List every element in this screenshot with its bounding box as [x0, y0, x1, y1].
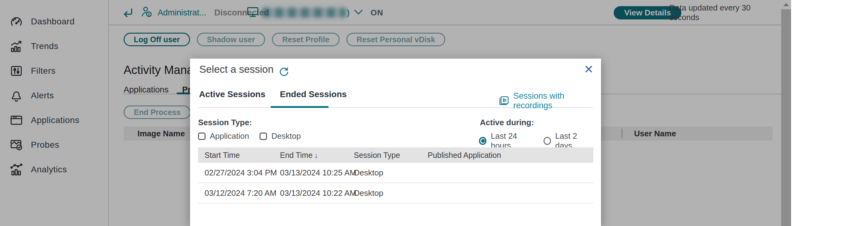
column-header-start-time[interactable]: Start Time — [198, 151, 274, 160]
checkbox-application[interactable] — [198, 133, 206, 140]
close-icon[interactable]: ✕ — [582, 62, 595, 77]
cell-start-time: 02/27/2024 3:04 PM — [198, 168, 274, 178]
table-row[interactable]: 02/27/2024 3:04 PM 03/13/2024 10:25 AM D… — [198, 163, 593, 183]
recordings-link-text: Sessions with recordings — [513, 91, 601, 110]
modal-active-tab-underline — [271, 106, 329, 108]
scrollbar-up-arrow[interactable] — [781, 0, 791, 9]
scrollbar-thumb[interactable] — [781, 9, 791, 226]
app-window: Dashboard Trends Filters Alerts — [0, 0, 791, 226]
column-header-session-type[interactable]: Session Type — [347, 151, 421, 160]
modal-refresh-icon[interactable] — [278, 66, 289, 78]
cell-session-type: Desktop — [347, 188, 421, 198]
tab-ended-sessions[interactable]: Ended Sessions — [280, 89, 347, 99]
modal-tabs: Active Sessions Ended Sessions — [199, 89, 347, 99]
page-root: Dashboard Trends Filters Alerts — [0, 0, 868, 226]
tab-active-sessions[interactable]: Active Sessions — [199, 89, 266, 99]
vertical-scrollbar — [781, 0, 791, 226]
session-type-filters: Application Desktop — [198, 131, 311, 141]
radio-last-2-days[interactable] — [544, 137, 551, 145]
select-session-modal: Select a session ✕ Active Sessions Ended… — [190, 59, 601, 226]
active-during-label: Active during: — [480, 118, 534, 127]
column-header-published-application[interactable]: Published Application — [421, 151, 593, 160]
table-header-row: Start Time End Time↓ Session Type Publis… — [198, 147, 593, 163]
checkbox-desktop[interactable] — [259, 133, 267, 140]
checkbox-desktop-label[interactable]: Desktop — [271, 131, 301, 141]
recording-play-icon — [498, 95, 509, 106]
cell-end-time: 03/13/2024 10:22 AM — [274, 188, 347, 198]
checkbox-application-label[interactable]: Application — [210, 131, 249, 141]
sessions-with-recordings-link[interactable]: Sessions with recordings — [498, 91, 601, 110]
session-type-label: Session Type: — [198, 118, 252, 127]
sort-desc-icon: ↓ — [315, 151, 318, 159]
cell-session-type: Desktop — [347, 168, 421, 178]
cell-start-time: 03/12/2024 7:20 AM — [198, 188, 274, 198]
ended-sessions-table: Start Time End Time↓ Session Type Publis… — [198, 147, 593, 203]
modal-title: Select a session — [199, 64, 274, 75]
radio-last-24-hours[interactable] — [479, 137, 486, 145]
column-header-end-time[interactable]: End Time↓ — [274, 151, 347, 160]
table-row[interactable]: 03/12/2024 7:20 AM 03/13/2024 10:22 AM D… — [198, 183, 593, 203]
cell-end-time: 03/13/2024 10:25 AM — [274, 168, 347, 178]
